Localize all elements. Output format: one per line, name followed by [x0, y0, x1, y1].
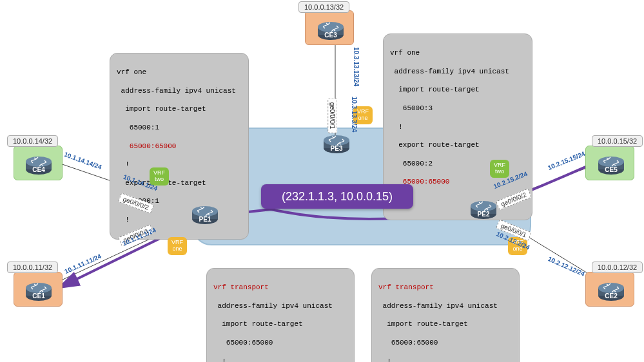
ce5-loopback: 10.0.0.15/32: [592, 135, 643, 147]
ce5-router: CE5: [596, 153, 627, 181]
ce4-loopback: 10.0.0.14/32: [7, 135, 58, 147]
pe2-router: PE2: [468, 197, 499, 225]
ce2-router: CE2: [596, 279, 627, 307]
ce1-router: CE1: [23, 279, 54, 307]
pe1-vrf-transport-config: vrf transport address-family ipv4 unicas…: [206, 268, 355, 362]
ce2-loopback: 10.0.0.12/32: [592, 262, 643, 273]
pe3-router: PE3: [321, 131, 352, 160]
ce4-router: CE4: [23, 153, 54, 181]
pe1-vrf-one-config: vrf one address-family ipv4 unicast impo…: [110, 53, 249, 240]
ip-ce3-side: 10.3.13.13/24: [353, 47, 360, 86]
ce3-loopback: 10.0.0.13/32: [298, 1, 349, 13]
ip-ce1-side: 10.1.11.11/24: [63, 252, 102, 275]
pe3-ge0001: ge0/0/0/1: [327, 99, 337, 133]
ce1-loopback: 10.0.0.11/32: [7, 262, 58, 273]
ip-ce4-side: 10.1.14.14/24: [63, 151, 102, 171]
ip-ce2-side: 10.2.12.12/24: [547, 255, 585, 278]
multicast-group-label: (232.1.1.3, 10.0.0.15): [261, 184, 413, 209]
vrf-two-badge-pe2: VRF two: [490, 160, 509, 178]
ce3-router: CE3: [315, 18, 346, 46]
pe1-router: PE1: [190, 202, 220, 231]
ip-pe3-to-ce3: 10.3.13.3/24: [351, 97, 358, 133]
ip-ce5-side: 10.2.15.15/24: [547, 150, 586, 171]
pe2-vrf-transport-config: vrf transport address-family ipv4 unicas…: [371, 268, 520, 362]
vrf-one-badge-pe1: VRF one: [168, 237, 187, 255]
